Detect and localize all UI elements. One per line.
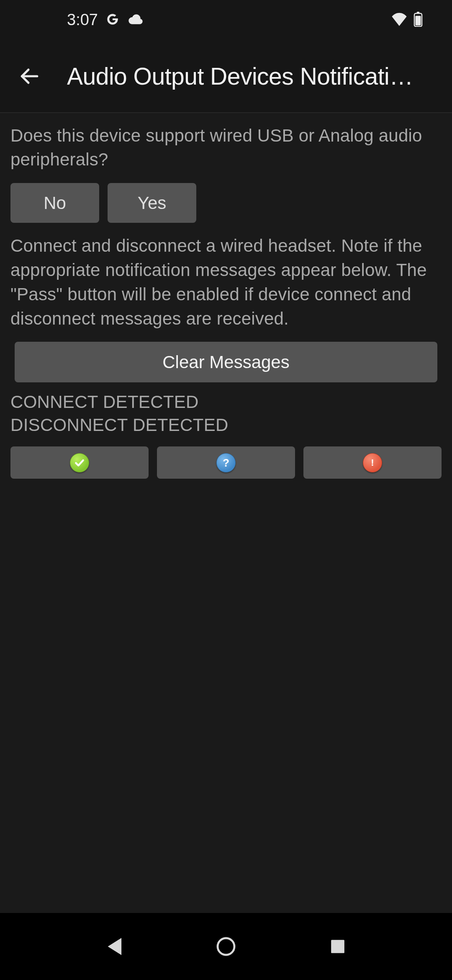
back-button[interactable] xyxy=(15,62,44,91)
wifi-icon xyxy=(391,13,408,28)
arrow-back-icon xyxy=(19,66,40,87)
no-button[interactable]: No xyxy=(10,183,99,223)
info-button[interactable]: ? xyxy=(157,446,295,479)
yes-no-row: No Yes xyxy=(10,183,442,223)
content-area: Does this device support wired USB or An… xyxy=(0,113,452,479)
nav-home-button[interactable] xyxy=(213,934,239,959)
navigation-bar xyxy=(0,913,452,980)
svg-text:!: ! xyxy=(371,457,374,468)
svg-point-6 xyxy=(218,938,234,955)
status-bar: 3:07 xyxy=(0,0,452,40)
svg-text:?: ? xyxy=(223,456,229,468)
circle-home-icon xyxy=(216,936,236,957)
nav-recent-button[interactable] xyxy=(325,934,350,959)
battery-icon xyxy=(413,12,423,28)
app-bar: Audio Output Devices Notificati… xyxy=(0,40,452,113)
exclaim-circle-icon: ! xyxy=(363,453,382,472)
clear-messages-button[interactable]: Clear Messages xyxy=(15,342,437,382)
log-line: CONNECT DETECTED xyxy=(10,391,442,414)
check-circle-icon xyxy=(70,453,89,472)
triangle-back-icon xyxy=(105,936,123,957)
svg-rect-2 xyxy=(415,15,421,25)
cloud-icon xyxy=(127,13,144,27)
question-circle-icon: ? xyxy=(216,453,236,472)
log-line: DISCONNECT DETECTED xyxy=(10,414,442,437)
google-g-icon xyxy=(105,12,120,28)
result-button-row: ? ! xyxy=(10,446,442,479)
instructions-text: Connect and disconnect a wired headset. … xyxy=(10,234,442,331)
pass-button[interactable] xyxy=(10,446,149,479)
status-right xyxy=(391,12,423,28)
nav-back-button[interactable] xyxy=(102,934,127,959)
yes-button[interactable]: Yes xyxy=(108,183,196,223)
fail-button[interactable]: ! xyxy=(303,446,442,479)
status-time: 3:07 xyxy=(67,11,98,29)
square-recent-icon xyxy=(330,939,346,954)
log-area: CONNECT DETECTED DISCONNECT DETECTED xyxy=(10,391,442,436)
status-left: 3:07 xyxy=(67,11,144,29)
svg-rect-7 xyxy=(331,940,344,953)
question-text: Does this device support wired USB or An… xyxy=(10,124,442,171)
page-title: Audio Output Devices Notificati… xyxy=(67,62,437,90)
